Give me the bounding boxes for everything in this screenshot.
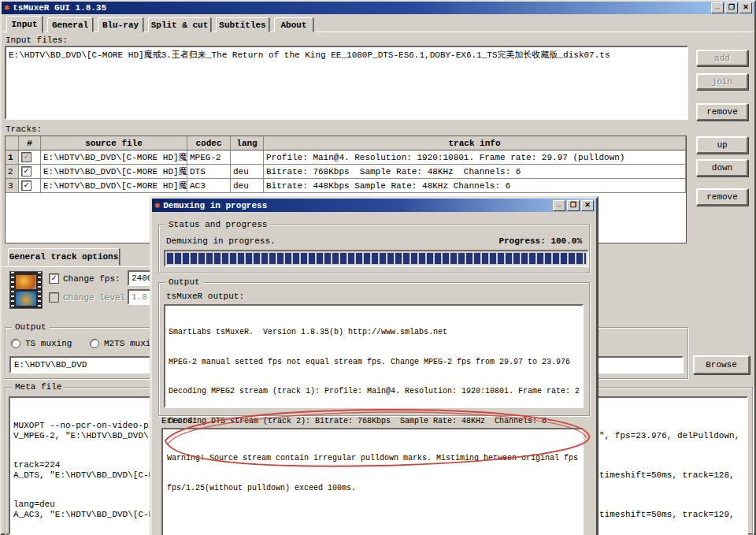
track-info-cell[interactable]: Bitrate: 768Kbps Sample Rate: 48KHz Chan… [264,165,686,179]
add-button: add [696,50,748,66]
track-down-button[interactable]: down [696,159,748,176]
input-file-item[interactable]: E:\HDTV\BD_DVD\[C-MORE HD]魔戒3.王者归来_The R… [9,49,684,61]
track-lang-cell[interactable]: deu [231,179,264,193]
track-checkbox-cell: ✓ [19,165,41,179]
track-codec-cell[interactable]: DTS [187,165,231,179]
progress-percentage: Progress: 100.0% [498,236,582,246]
m2ts-muxing-radio[interactable] [90,339,99,348]
restore-icon[interactable]: ❐ [725,2,738,13]
track-source-cell[interactable]: E:\HDTV\BD_DVD\[C-MORE HD]魔戒··· [41,150,187,165]
dialog-minimize-icon[interactable]: _ [553,200,565,211]
change-level-checkbox [49,292,59,303]
tab-subtitles[interactable]: Subtitles [216,17,269,32]
tab-about[interactable]: About [274,17,313,32]
col-num-header[interactable]: # [19,136,41,150]
change-level-label: Change level: [63,293,131,303]
tsmuxer-dialog-icon: ✱ [154,201,160,210]
error-warning-text: Warning! Source stream contain irregular… [167,434,578,513]
track-checkbox: ✓ [21,152,32,162]
dialog-title: Demuxing in progress [163,201,267,210]
remove-file-button[interactable]: remove [696,103,748,121]
tsmuxer-app-icon: ✱ [4,3,9,13]
change-fps-label: Change fps: [63,274,120,284]
col-rownum-header [6,136,19,150]
progress-bar [164,250,589,267]
dialog-close-icon[interactable]: ✕ [581,200,594,211]
change-fps-field[interactable]: 24000 [128,270,151,286]
tsmuxer-main-window: ✱ tsMuxeR GUI 1.8.35 _ ❐ ✕ Input General… [0,0,756,535]
tab-input[interactable]: Input [6,16,43,33]
film-icon [9,271,43,309]
dialog-titlebar[interactable]: ✱ Demuxing in progress _ ❐ ✕ [152,199,596,212]
track-row-number[interactable]: 3 [6,179,19,193]
minimize-icon[interactable]: _ [711,2,724,13]
dialog-output-group-label: Output [165,277,203,287]
tsmuxer-output-label: tsMuxeR output: [166,292,244,301]
tab-general[interactable]: General [47,17,93,32]
track-codec-cell[interactable]: AC3 [187,179,231,193]
main-window-title: tsMuxeR GUI 1.8.35 [13,3,106,13]
track-remove-button[interactable]: remove [696,188,748,206]
errors-label: Errors: [161,416,198,425]
col-codec-header[interactable]: codec [187,136,231,150]
meta-text-right: ", fps=23.976, delPulldown, timeshift=50… [599,401,739,535]
col-lang-header[interactable]: lang [231,136,264,150]
change-level-field: 1.0 [128,289,151,305]
tab-blu-ray[interactable]: Blu-ray [98,17,143,32]
track-source-cell[interactable]: E:\HDTV\BD_DVD\[C-MORE HD]魔戒··· [41,165,187,179]
dialog-maximize-icon[interactable]: ❐ [567,200,580,211]
join-button: join [696,73,748,90]
tracks-label: Tracks: [6,124,42,134]
track-checkbox[interactable]: ✓ [21,166,32,176]
track-info-cell[interactable]: Bitrate: 448Kbps Sample Rate: 48KHz Chan… [264,179,686,193]
meta-file-label: Meta file [12,382,65,392]
track-up-button[interactable]: up [696,136,748,154]
track-lang-cell[interactable]: deu [231,165,264,179]
tab-general-track-options[interactable]: General track options [8,248,120,266]
tsmuxer-output-textarea[interactable]: SmartLabs tsMuxeR. Version 1.8.35(b) htt… [164,304,584,408]
input-files-label: Input files: [6,35,68,45]
progress-bar-fill [167,253,586,264]
track-checkbox-cell: ✓ [19,150,41,165]
change-fps-checkbox[interactable]: ✓ [49,273,59,284]
status-text: Demuxing in progress. [166,236,276,246]
track-row-number[interactable]: 1 [6,150,19,165]
errors-textarea[interactable]: Warning! Source stream contain irregular… [161,428,584,535]
options-panel-edge [2,266,151,267]
track-row-number[interactable]: 2 [6,165,19,179]
ts-muxing-label[interactable]: TS muxing [25,339,72,348]
col-info-header[interactable]: track info [264,136,686,150]
demuxing-dialog: ✱ Demuxing in progress _ ❐ ✕ Status and … [150,196,598,535]
track-info-cell[interactable]: Profile: Main@4. Resolution: 1920:1080i.… [264,150,686,165]
ts-muxing-radio[interactable] [11,339,20,348]
main-titlebar[interactable]: ✱ tsMuxeR GUI 1.8.35 _ ❐ ✕ [2,2,754,14]
close-icon[interactable]: ✕ [739,2,752,13]
input-files-listbox[interactable]: E:\HDTV\BD_DVD\[C-MORE HD]魔戒3.王者归来_The R… [5,46,688,120]
track-lang-cell[interactable] [231,150,264,165]
output-group-label: Output [12,322,50,332]
tab-split-cut[interactable]: Split & cut [148,17,211,32]
browse-button[interactable]: Browse [693,355,750,374]
col-source-header[interactable]: source file [41,136,187,150]
status-group-label: Status and progress [165,220,270,229]
track-checkbox[interactable]: ✓ [21,180,32,191]
track-codec-cell[interactable]: MPEG-2 [187,150,231,165]
track-checkbox-cell: ✓ [19,179,41,193]
track-source-cell[interactable]: E:\HDTV\BD_DVD\[C-MORE HD]魔戒··· [41,179,187,193]
